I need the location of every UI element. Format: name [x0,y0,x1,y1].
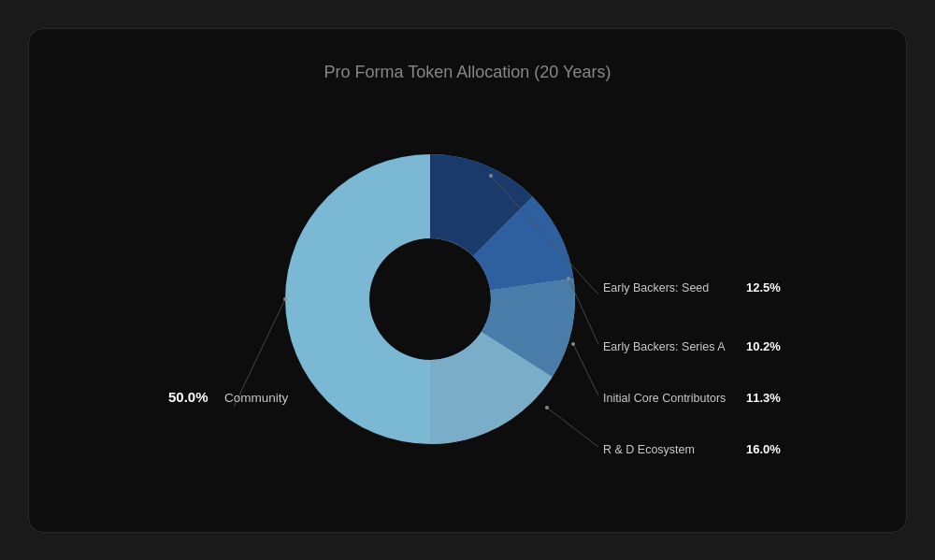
label-series-a-pct: 10.2% [746,339,781,353]
label-community-pct: 50.0% [168,389,209,405]
label-core-pct: 11.3% [746,391,781,405]
dot-seed [489,174,493,178]
label-rd-text: R & D Ecosystem [603,443,695,456]
dot-community [283,297,287,301]
label-series-a-text: Early Backers: Series A [603,340,726,353]
title-main: Pro Forma Token Allocation [324,63,530,81]
label-seed-text: Early Backers: Seed [603,281,709,294]
label-core-text: Initial Core Contributors [603,392,726,405]
donut-hole [372,241,488,357]
dot-core [571,342,575,346]
connector-rd [547,408,598,447]
dot-series-a [567,277,570,280]
dot-rd [545,406,549,409]
main-card: Pro Forma Token Allocation (20 Years) [28,28,907,533]
donut-chart: Early Backers: Seed 12.5% Early Backers:… [140,112,795,486]
label-seed-pct: 12.5% [746,280,781,294]
label-rd-pct: 16.0% [746,442,781,456]
connector-core [573,344,598,395]
chart-title: Pro Forma Token Allocation (20 Years) [324,63,611,82]
chart-area: Early Backers: Seed 12.5% Early Backers:… [29,103,906,495]
label-community-name: Community [224,391,289,405]
title-sub: (20 Years) [529,63,611,81]
